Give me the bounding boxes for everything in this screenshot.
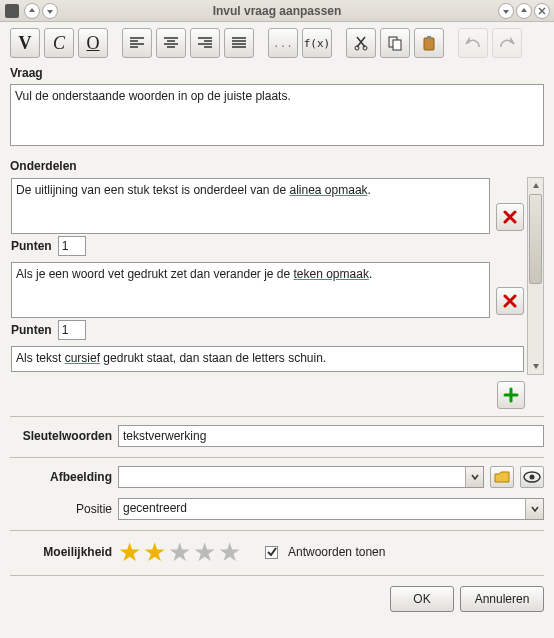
onderdeel-textarea-2[interactable]: Als je een woord vet gedrukt zet dan ver… xyxy=(11,262,490,318)
positie-combobox[interactable]: gecentreerd xyxy=(118,498,544,520)
preview-image-button[interactable] xyxy=(520,466,544,488)
punten-input-1[interactable] xyxy=(58,236,86,256)
align-left-button[interactable] xyxy=(122,28,152,58)
underline-button[interactable]: O xyxy=(78,28,108,58)
chevron-down-icon[interactable] xyxy=(465,467,483,487)
onderdeel-textarea-1[interactable]: De uitlijning van een stuk tekst is onde… xyxy=(11,178,490,234)
scroll-up-button[interactable] xyxy=(528,178,543,194)
svg-rect-6 xyxy=(427,36,431,39)
more-button[interactable]: ... xyxy=(268,28,298,58)
undo-button[interactable] xyxy=(458,28,488,58)
delete-onderdeel-1-button[interactable] xyxy=(496,203,524,231)
star-4[interactable]: ★ xyxy=(193,539,216,565)
cut-button[interactable] xyxy=(346,28,376,58)
star-2[interactable]: ★ xyxy=(143,539,166,565)
star-1[interactable]: ★ xyxy=(118,539,141,565)
svg-rect-5 xyxy=(424,38,434,50)
star-5[interactable]: ★ xyxy=(218,539,241,565)
scroll-thumb[interactable] xyxy=(529,194,542,284)
punten-input-2[interactable] xyxy=(58,320,86,340)
rollup-up-button[interactable] xyxy=(24,3,40,19)
rollup-down-button[interactable] xyxy=(42,3,58,19)
positie-label: Positie xyxy=(10,502,112,516)
sleutelwoorden-label: Sleutelwoorden xyxy=(10,429,112,443)
afbeelding-combobox[interactable] xyxy=(118,466,484,488)
redo-button[interactable] xyxy=(492,28,522,58)
copy-button[interactable] xyxy=(380,28,410,58)
window-title: Invul vraag aanpassen xyxy=(58,4,496,18)
svg-rect-4 xyxy=(393,40,401,50)
afbeelding-label: Afbeelding xyxy=(10,470,112,484)
onderdelen-scrollbar[interactable] xyxy=(527,177,544,375)
window-titlebar: Invul vraag aanpassen xyxy=(0,0,554,22)
svg-rect-0 xyxy=(5,4,19,18)
antwoorden-tonen-label: Antwoorden tonen xyxy=(288,545,385,559)
onderdelen-label: Onderdelen xyxy=(10,159,544,173)
app-icon xyxy=(4,3,20,19)
scroll-down-button[interactable] xyxy=(528,358,543,374)
svg-point-8 xyxy=(530,475,535,480)
vraag-label: Vraag xyxy=(10,66,544,80)
browse-image-button[interactable] xyxy=(490,466,514,488)
chevron-down-icon[interactable] xyxy=(525,499,543,519)
close-button[interactable] xyxy=(534,3,550,19)
bold-button[interactable]: V xyxy=(10,28,40,58)
align-center-button[interactable] xyxy=(156,28,186,58)
editor-toolbar: V C O ... f(x) xyxy=(10,28,544,58)
maximize-button[interactable] xyxy=(516,3,532,19)
onderdeel-textarea-3[interactable]: Als tekst cursief gedrukt staat, dan sta… xyxy=(11,346,524,372)
align-justify-button[interactable] xyxy=(224,28,254,58)
italic-button[interactable]: C xyxy=(44,28,74,58)
delete-onderdeel-2-button[interactable] xyxy=(496,287,524,315)
difficulty-stars[interactable]: ★ ★ ★ ★ ★ xyxy=(118,539,241,565)
paste-button[interactable] xyxy=(414,28,444,58)
function-button[interactable]: f(x) xyxy=(302,28,332,58)
align-right-button[interactable] xyxy=(190,28,220,58)
punten-label-1: Punten xyxy=(11,239,52,253)
star-3[interactable]: ★ xyxy=(168,539,191,565)
antwoorden-tonen-checkbox[interactable] xyxy=(265,546,278,559)
ok-button[interactable]: OK xyxy=(390,586,454,612)
minimize-button[interactable] xyxy=(498,3,514,19)
cancel-button[interactable]: Annuleren xyxy=(460,586,544,612)
moeilijkheid-label: Moeilijkheid xyxy=(10,545,112,559)
vraag-textarea[interactable]: Vul de onderstaande woorden in op de jui… xyxy=(10,84,544,146)
sleutelwoorden-input[interactable] xyxy=(118,425,544,447)
add-onderdeel-button[interactable] xyxy=(497,381,525,409)
punten-label-2: Punten xyxy=(11,323,52,337)
